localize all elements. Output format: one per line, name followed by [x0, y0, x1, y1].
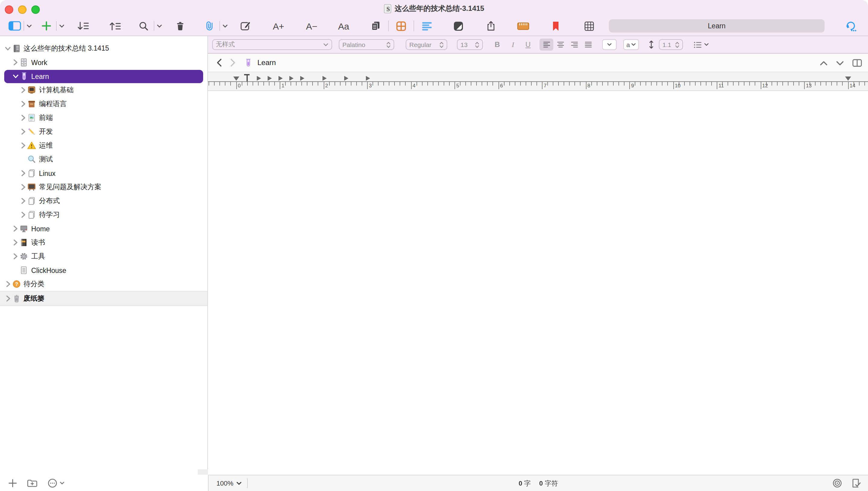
tab-stop-marker[interactable]	[344, 76, 348, 80]
chevron-right-icon[interactable]	[20, 101, 26, 107]
sidebar-item-待学习[interactable]: 待学习	[0, 208, 207, 222]
sidebar-item-待分类[interactable]: ?待分类	[0, 277, 207, 291]
sidebar-item-废纸篓[interactable]: 废纸篓	[0, 291, 207, 306]
split-view-button[interactable]	[852, 59, 862, 67]
sidebar-item-读书[interactable]: 读书	[0, 236, 207, 250]
fonts-button[interactable]: Aa	[336, 17, 352, 35]
compose-button[interactable]	[239, 17, 252, 35]
chevron-right-icon[interactable]	[20, 87, 26, 93]
document-canvas[interactable]	[208, 91, 868, 475]
line-spacing-stepper[interactable]: 1.1	[659, 39, 683, 50]
tab-stop-marker[interactable]	[268, 76, 272, 80]
search-menu[interactable]	[154, 17, 162, 35]
add-row-button[interactable]	[40, 17, 52, 35]
chevron-right-icon[interactable]	[20, 128, 26, 135]
left-margin-marker[interactable]	[233, 77, 239, 81]
chevron-right-icon[interactable]	[13, 253, 19, 259]
back-button[interactable]	[216, 58, 222, 67]
sidebar-item-ClickHouse[interactable]: ClickHouse	[0, 263, 207, 277]
sidebar-item-前端[interactable]: 前端	[0, 111, 207, 125]
sidebar-item-工具[interactable]: 工具	[0, 250, 207, 263]
style-dropdown[interactable]: 无样式	[212, 39, 332, 50]
increase-font-button[interactable]: A+	[271, 17, 286, 35]
add-document-button[interactable]	[8, 479, 17, 487]
sidebar-item-Work[interactable]: Work	[0, 55, 207, 69]
sidebar-item-常见问题及解决方案[interactable]: 常见问题及解决方案	[0, 180, 207, 194]
columns-button[interactable]	[394, 17, 408, 35]
chevron-right-icon[interactable]	[13, 59, 19, 65]
bookmark-button[interactable]	[550, 17, 562, 35]
copy-style-button[interactable]	[369, 17, 382, 35]
bold-button[interactable]: B	[493, 39, 502, 50]
search-button[interactable]	[137, 17, 149, 35]
prev-row-button[interactable]	[820, 61, 828, 65]
sidebar-toggle-menu[interactable]	[24, 17, 32, 35]
attachment-button[interactable]	[203, 17, 215, 35]
focus-target-button[interactable]	[833, 478, 842, 488]
line-spacing-button[interactable]	[647, 39, 654, 50]
tab-stop-marker[interactable]	[279, 76, 283, 80]
add-folder-button[interactable]	[27, 479, 37, 487]
move-row-up-button[interactable]	[109, 17, 122, 35]
underline-button[interactable]: U	[524, 39, 532, 50]
sidebar-item-计算机基础[interactable]: 计算机基础	[0, 83, 207, 97]
align-center-button[interactable]	[553, 38, 567, 51]
font-weight-select[interactable]: Regular	[406, 39, 447, 50]
reorganize-button[interactable]	[420, 17, 433, 35]
decrease-font-button[interactable]: A−	[304, 17, 319, 35]
sidebar-item-Linux[interactable]: Linux	[0, 166, 207, 180]
share-button[interactable]	[484, 17, 497, 35]
sidebar-item-Learn[interactable]: Learn	[0, 69, 207, 83]
delete-button[interactable]	[174, 17, 186, 35]
attachment-menu[interactable]	[219, 17, 228, 35]
sidebar-item-Home[interactable]: Home	[0, 222, 207, 236]
chevron-right-icon[interactable]	[20, 198, 26, 204]
chevron-right-icon[interactable]	[13, 226, 19, 232]
chevron-down-icon[interactable]	[5, 46, 11, 52]
ruler-toggle-button[interactable]	[516, 17, 530, 35]
align-right-button[interactable]	[567, 38, 581, 51]
tab-stop-marker[interactable]	[257, 76, 261, 80]
more-actions-button[interactable]	[48, 478, 64, 488]
tab-stop-marker[interactable]	[322, 76, 327, 80]
add-row-menu[interactable]	[56, 17, 64, 35]
sidebar-item-分布式[interactable]: 分布式	[0, 194, 207, 208]
chevron-right-icon[interactable]	[20, 184, 26, 190]
text-color-dropdown[interactable]	[602, 39, 617, 50]
italic-button[interactable]: I	[509, 39, 517, 50]
font-size-stepper[interactable]: 13	[457, 39, 483, 50]
tab-stop-marker[interactable]	[301, 76, 305, 80]
list-style-dropdown[interactable]	[692, 39, 710, 50]
sidebar-item-运维[interactable]: 运维	[0, 139, 207, 152]
tab-stop-marker[interactable]	[289, 76, 293, 80]
forward-button[interactable]	[230, 58, 236, 67]
font-family-select[interactable]: Palatino	[339, 39, 394, 50]
chevron-right-icon[interactable]	[5, 295, 11, 301]
chevron-right-icon[interactable]	[13, 239, 19, 246]
right-margin-marker[interactable]	[845, 77, 851, 81]
sidebar-item-编程语言[interactable]: 编程语言	[0, 97, 207, 111]
chevron-down-icon[interactable]	[13, 73, 19, 79]
chevron-right-icon[interactable]	[20, 170, 26, 176]
proofing-button[interactable]	[852, 478, 861, 488]
sidebar-item-测试[interactable]: 测试	[0, 152, 207, 166]
chevron-right-icon[interactable]	[20, 115, 26, 121]
tab-stop-marker[interactable]	[366, 76, 370, 80]
appearance-button[interactable]	[451, 17, 465, 35]
chevron-right-icon[interactable]	[20, 212, 26, 218]
sidebar-toggle-button[interactable]	[7, 17, 22, 35]
document-switcher-field[interactable]: Learn	[609, 19, 824, 32]
align-justify-button[interactable]	[581, 38, 595, 51]
ruler[interactable]: 01234567891011121314	[208, 72, 868, 91]
align-left-button[interactable]	[539, 38, 553, 51]
sidebar-item-这么些年的技术总结-3.1415[interactable]: 这么些年的技术总结 3.1415	[0, 41, 207, 55]
next-row-button[interactable]	[836, 61, 844, 65]
chevron-right-icon[interactable]	[5, 281, 11, 287]
sync-button[interactable]	[843, 17, 859, 35]
first-line-indent-marker[interactable]	[244, 74, 250, 81]
sidebar-item-开发[interactable]: 开发	[0, 125, 207, 139]
table-button[interactable]	[582, 17, 595, 35]
chevron-right-icon[interactable]	[20, 143, 26, 148]
highlight-color-dropdown[interactable]: a	[623, 39, 639, 50]
move-row-down-button[interactable]	[77, 17, 90, 35]
